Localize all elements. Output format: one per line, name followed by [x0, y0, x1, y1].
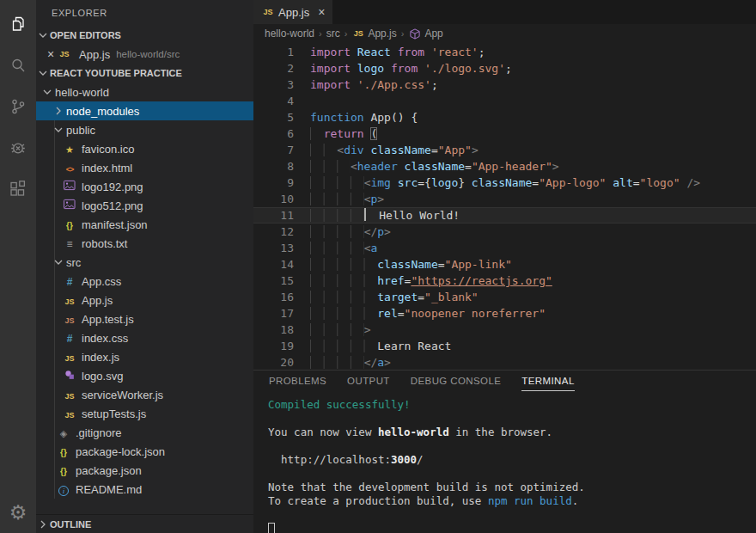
- settings-gear-icon[interactable]: ⚙: [0, 497, 36, 528]
- code-line-16[interactable]: 16 target="_blank": [253, 289, 756, 305]
- code-line-content: import './App.css';: [294, 77, 438, 93]
- explorer-files-icon[interactable]: [0, 3, 36, 45]
- code-line-8[interactable]: 8 <header className="App-header">: [253, 158, 756, 175]
- tree-file-favicon.ico[interactable]: ★favicon.ico: [36, 139, 253, 158]
- breadcrumb-item-App[interactable]: App: [408, 28, 442, 40]
- chevron-down-icon: [52, 123, 65, 137]
- code-line-content: <header className="App-header">: [294, 158, 559, 175]
- panel-tab-problems[interactable]: PROBLEMS: [269, 376, 326, 391]
- code-line-4[interactable]: 4: [253, 93, 756, 109]
- tree-file-README.md[interactable]: iREADME.md: [36, 480, 253, 499]
- debug-icon[interactable]: [0, 127, 36, 168]
- code-line-6[interactable]: 6 return (: [253, 126, 756, 142]
- explorer-sidebar: EXPLORER OPEN EDITORS × JS App.js hello-…: [36, 0, 253, 533]
- tree-file-package-lock.json[interactable]: {}package-lock.json: [36, 442, 253, 461]
- tree-folder-node_modules[interactable]: node_modules: [36, 101, 253, 120]
- breadcrumb-item-hello-world[interactable]: hello-world: [265, 28, 314, 40]
- line-number: 12: [253, 224, 294, 240]
- tree-file-manifest.json[interactable]: {}manifest.json: [36, 215, 253, 234]
- tree-file-index.css[interactable]: #index.css: [36, 328, 253, 347]
- css-icon: #: [63, 275, 81, 288]
- json-icon: {}: [57, 464, 75, 477]
- html-icon: <>: [63, 162, 81, 175]
- tree-folder-src[interactable]: src: [36, 253, 253, 272]
- tree-item-label: package-lock.json: [76, 445, 165, 458]
- code-line-14[interactable]: 14 className="App-link": [253, 256, 756, 273]
- code-line-content: Learn React: [294, 338, 451, 354]
- terminal-output[interactable]: Compiled successfully!You can now view h…: [253, 393, 756, 533]
- code-line-12[interactable]: 12 </p>: [253, 224, 756, 240]
- tree-folder-hello-world[interactable]: hello-world: [36, 83, 253, 101]
- tree-file-robots.txt[interactable]: ≡robots.txt: [36, 234, 253, 253]
- tree-file-setupTests.js[interactable]: JSsetupTests.js: [36, 404, 253, 423]
- breadcrumb-separator: ›: [344, 28, 348, 39]
- js-icon: JS: [63, 294, 81, 307]
- outline-section-header[interactable]: OUTLINE: [36, 514, 253, 533]
- code-line-content: <p>: [294, 191, 384, 207]
- image-icon: [63, 199, 81, 212]
- line-number: 19: [253, 338, 294, 354]
- search-icon[interactable]: [0, 45, 36, 86]
- tab-close-icon[interactable]: ×: [318, 5, 325, 19]
- tree-file-logo.svg[interactable]: logo.svg: [36, 366, 253, 385]
- line-number: 20: [253, 354, 294, 370]
- panel-tab-terminal[interactable]: TERMINAL: [521, 376, 574, 391]
- tree-file-App.test.js[interactable]: JSApp.test.js: [36, 309, 253, 328]
- line-number: 14: [253, 256, 294, 273]
- code-line-11[interactable]: 11 Hello World!: [253, 207, 756, 224]
- tree-file-.gitignore[interactable]: ◈.gitignore: [36, 423, 253, 442]
- code-line-18[interactable]: 18 >: [253, 322, 756, 338]
- open-editors-section-header[interactable]: OPEN EDITORS: [36, 26, 253, 45]
- panel-tab-debug-console[interactable]: DEBUG CONSOLE: [411, 376, 502, 391]
- tree-item-label: README.md: [76, 483, 142, 496]
- breadcrumb-item-App.js[interactable]: JSApp.js: [351, 28, 396, 40]
- code-line-13[interactable]: 13 <a: [253, 240, 756, 256]
- panel-tab-output[interactable]: OUTPUT: [347, 376, 390, 391]
- code-line-7[interactable]: 7 <div className="App">: [253, 142, 756, 158]
- tree-item-label: index.js: [82, 351, 119, 364]
- terminal-line: [268, 522, 756, 533]
- code-line-9[interactable]: 9 <img src={logo} className="App-logo" a…: [253, 175, 756, 191]
- open-editor-item-appjs[interactable]: × JS App.js hello-world/src: [36, 45, 253, 64]
- tree-item-label: serviceWorker.js: [82, 389, 163, 401]
- tree-file-logo192.png[interactable]: logo192.png: [36, 177, 253, 196]
- tree-item-label: App.test.js: [82, 313, 134, 326]
- tree-item-label: src: [66, 256, 81, 269]
- line-number: 9: [253, 175, 294, 191]
- tab-appjs[interactable]: JS App.js ×: [253, 0, 332, 24]
- terminal-line: [268, 439, 756, 453]
- code-line-content: import logo from './logo.svg';: [294, 60, 512, 77]
- code-line-2[interactable]: 2import logo from './logo.svg';: [253, 60, 756, 77]
- chevron-down-icon: [52, 255, 65, 269]
- close-icon[interactable]: ×: [44, 47, 58, 61]
- tree-folder-public[interactable]: public: [36, 120, 253, 139]
- code-line-20[interactable]: 20 </a>: [253, 354, 756, 370]
- tree-file-logo512.png[interactable]: logo512.png: [36, 196, 253, 215]
- source-control-icon[interactable]: [0, 86, 36, 127]
- line-number: 2: [253, 60, 294, 77]
- tree-file-index.html[interactable]: <>index.html: [36, 158, 253, 177]
- terminal-line: To create a production build, use npm ru…: [268, 494, 756, 508]
- code-line-1[interactable]: 1import React from 'react';: [253, 44, 756, 60]
- tree-file-package.json[interactable]: {}package.json: [36, 461, 253, 480]
- code-line-10[interactable]: 10 <p>: [253, 191, 756, 207]
- code-line-5[interactable]: 5function App() {: [253, 109, 756, 126]
- code-line-17[interactable]: 17 rel="noopener noreferrer": [253, 305, 756, 322]
- js-icon: JS: [63, 389, 81, 401]
- extensions-icon[interactable]: [0, 168, 36, 210]
- code-line-19[interactable]: 19 Learn React: [253, 338, 756, 354]
- chevron-right-icon: [36, 518, 50, 531]
- code-editor[interactable]: 1import React from 'react';2import logo …: [253, 43, 756, 370]
- tree-file-App.css[interactable]: #App.css: [36, 272, 253, 291]
- breadcrumb-item-src[interactable]: src: [326, 28, 340, 40]
- js-icon: JS: [261, 8, 275, 16]
- code-line-3[interactable]: 3import './App.css';: [253, 77, 756, 93]
- project-section-header[interactable]: REACT YOUTUBE PRACTICE: [36, 64, 253, 83]
- tree-file-App.js[interactable]: JSApp.js: [36, 291, 253, 309]
- tree-file-serviceWorker.js[interactable]: JSserviceWorker.js: [36, 385, 253, 404]
- info-icon: i: [57, 483, 75, 496]
- tree-file-index.js[interactable]: JSindex.js: [36, 347, 253, 366]
- tree-item-label: favicon.ico: [82, 143, 134, 156]
- terminal-line: http://localhost:3000/: [268, 453, 756, 467]
- code-line-15[interactable]: 15 href="https://reactjs.org": [253, 273, 756, 289]
